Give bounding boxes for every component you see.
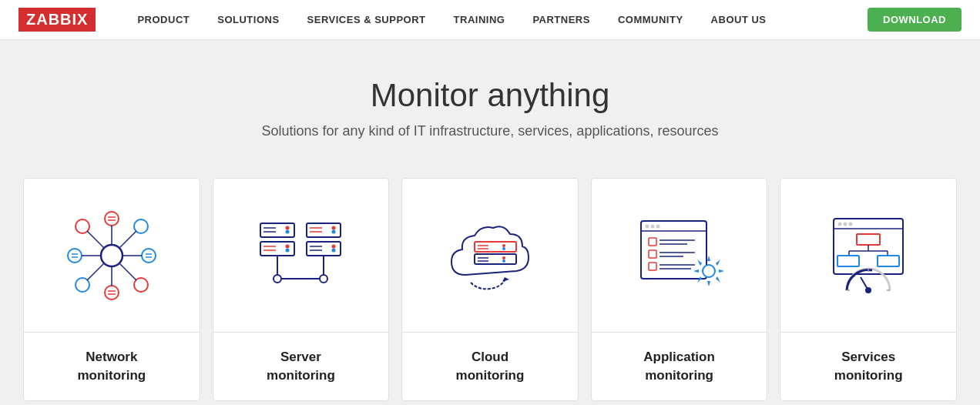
svg-point-66 — [650, 224, 654, 228]
svg-point-38 — [332, 226, 336, 229]
nav-community[interactable]: COMMUNITY — [607, 14, 694, 25]
svg-line-16 — [119, 263, 136, 280]
svg-marker-62 — [502, 277, 509, 282]
cloud-label: Cloudmonitoring — [448, 333, 532, 400]
svg-rect-74 — [649, 263, 656, 270]
svg-rect-84 — [857, 234, 880, 245]
svg-point-60 — [502, 256, 505, 259]
svg-point-61 — [502, 259, 505, 263]
network-label: Networkmonitoring — [69, 333, 153, 400]
card-services[interactable]: Servicesmonitoring — [780, 178, 957, 401]
services-icon — [780, 179, 956, 333]
main-nav: PRODUCT SOLUTIONS SERVICES & SUPPORT TRA… — [126, 14, 868, 25]
nav-product[interactable]: PRODUCT — [126, 14, 200, 25]
nav-about-us[interactable]: ABOUT US — [700, 14, 777, 25]
svg-point-39 — [332, 229, 336, 233]
nav-partners[interactable]: PARTNERS — [522, 14, 601, 25]
hero-title: Monitor anything — [15, 77, 965, 114]
svg-rect-30 — [260, 242, 294, 256]
svg-point-48 — [274, 275, 281, 283]
svg-point-1 — [105, 212, 119, 226]
svg-point-78 — [703, 265, 715, 277]
svg-point-4 — [142, 249, 156, 263]
svg-point-43 — [332, 244, 336, 248]
svg-rect-88 — [837, 256, 859, 266]
svg-rect-40 — [307, 242, 341, 256]
card-cloud[interactable]: Cloudmonitoring — [401, 178, 579, 401]
svg-point-81 — [838, 222, 842, 226]
network-icon — [24, 179, 200, 333]
svg-point-56 — [502, 247, 505, 250]
svg-point-29 — [286, 229, 290, 233]
svg-rect-52 — [475, 242, 516, 252]
nav-services-support[interactable]: SERVICES & SUPPORT — [297, 14, 437, 25]
svg-rect-57 — [475, 254, 516, 264]
logo[interactable]: ZABBIX — [18, 8, 96, 32]
hero-subtitle: Solutions for any kind of IT infrastruct… — [15, 123, 965, 139]
svg-point-28 — [286, 226, 290, 229]
svg-point-65 — [645, 224, 649, 228]
svg-point-83 — [849, 222, 853, 226]
card-server[interactable]: Servermonitoring — [213, 178, 390, 401]
server-label: Servermonitoring — [259, 333, 343, 400]
download-button[interactable]: DOWNLOAD — [868, 8, 962, 32]
svg-point-82 — [844, 222, 847, 226]
svg-rect-71 — [649, 250, 656, 258]
svg-rect-68 — [649, 238, 656, 246]
svg-line-92 — [861, 277, 868, 290]
svg-point-2 — [105, 286, 119, 300]
monitoring-cards: Networkmonitoring — [0, 162, 980, 405]
svg-point-49 — [320, 275, 327, 283]
svg-line-15 — [87, 263, 104, 280]
svg-line-14 — [119, 231, 136, 248]
hero-section: Monitor anything Solutions for any kind … — [0, 40, 980, 162]
svg-rect-25 — [260, 223, 294, 237]
card-network[interactable]: Networkmonitoring — [23, 178, 200, 401]
cloud-icon — [402, 179, 578, 333]
svg-point-33 — [286, 244, 290, 248]
svg-point-67 — [656, 224, 659, 228]
services-label: Servicesmonitoring — [827, 333, 911, 400]
card-application[interactable]: Applicationmonitoring — [591, 178, 768, 401]
svg-rect-35 — [307, 223, 341, 237]
svg-point-34 — [286, 248, 290, 252]
svg-point-0 — [101, 245, 123, 266]
application-label: Applicationmonitoring — [636, 333, 723, 400]
server-icon — [213, 179, 389, 333]
svg-point-3 — [68, 249, 82, 263]
svg-point-44 — [332, 248, 336, 252]
nav-training[interactable]: TRAINING — [443, 14, 516, 25]
nav-solutions[interactable]: SOLUTIONS — [206, 14, 290, 25]
application-icon — [592, 179, 767, 333]
svg-rect-90 — [878, 256, 899, 266]
svg-line-13 — [87, 231, 104, 248]
svg-point-55 — [502, 244, 505, 247]
